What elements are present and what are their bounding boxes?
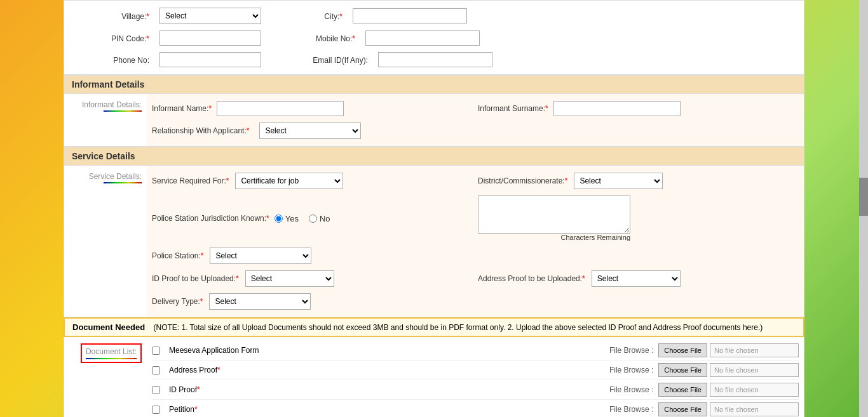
pincode-label: PIN Code:	[111, 34, 149, 43]
doc-needed-note: (NOTE: 1. Total size of all Upload Docum…	[153, 323, 763, 332]
top-form-area: Village: Select City: PIN Code:	[64, 0, 804, 75]
service-sidebar: Service Details:	[64, 166, 147, 317]
service-content: Service Required For: Certificate for jo…	[147, 166, 804, 317]
city-label: City:	[324, 12, 342, 21]
informant-name-row: Informant Name: Informant Surname:	[152, 98, 799, 119]
doc-label-0: Meeseva Application Form	[169, 346, 604, 355]
phone-input[interactable]	[159, 52, 261, 67]
file-browse-3: File Browse : Choose File	[609, 402, 799, 416]
doc-checkbox-1[interactable]	[152, 366, 160, 374]
file-browse-label-2: File Browse :	[609, 385, 653, 394]
doc-list-sidebar-box: Document List:	[81, 343, 142, 363]
informant-sidebar: Informant Details:	[64, 94, 147, 146]
file-browse-2: File Browse : Choose File	[609, 383, 799, 397]
doc-list-content: Meeseva Application Form File Browse : C…	[147, 337, 804, 417]
phone-label: Phone No:	[113, 56, 149, 65]
informant-surname-label: Informant Surname:	[478, 104, 548, 113]
address-proof-select[interactable]: Select	[592, 270, 681, 287]
village-city-row: Village: Select City:	[72, 4, 796, 27]
informant-name-input[interactable]	[217, 101, 344, 116]
police-station-select[interactable]: Select	[210, 248, 311, 264]
id-address-proof-row: ID Proof to be Uploaded: Select Address …	[152, 267, 799, 290]
doc-checkbox-3[interactable]	[152, 406, 160, 414]
file-browse-1: File Browse : Choose File	[609, 363, 799, 377]
informant-content: Informant Name: Informant Surname: Relat…	[147, 94, 804, 146]
relationship-select[interactable]: Select	[259, 122, 361, 139]
doc-label-2: ID Proof*	[169, 385, 604, 394]
relationship-row: Relationship With Applicant: Select	[152, 119, 799, 142]
mobile-input[interactable]	[365, 30, 480, 46]
village-select[interactable]: Select	[159, 8, 261, 24]
email-label: Email ID(If Any):	[313, 56, 368, 65]
address-proof-label: Address Proof to be Uploaded:	[478, 274, 585, 283]
service-required-label: Service Required For:	[152, 176, 229, 185]
jurisdiction-label: Police Station Jurisdiction Known:	[152, 214, 269, 223]
scrollbar[interactable]	[859, 0, 868, 417]
no-file-text-3	[710, 402, 799, 416]
choose-file-btn-3[interactable]: Choose File	[658, 402, 707, 416]
doc-checkbox-2[interactable]	[152, 386, 160, 394]
scrollbar-thumb[interactable]	[859, 178, 868, 216]
informant-sidebar-label: Informant Details:	[69, 100, 142, 109]
choose-file-btn-2[interactable]: Choose File	[658, 383, 707, 397]
choose-file-btn-1[interactable]: Choose File	[658, 363, 707, 377]
email-input[interactable]	[378, 52, 492, 67]
no-file-text-2	[710, 383, 799, 397]
service-section-header: Service Details	[64, 147, 804, 166]
doc-needed-header: Document Needed (NOTE: 1. Total size of …	[64, 317, 804, 337]
informant-section-header: Informant Details	[64, 75, 804, 94]
jurisdiction-row: Police Station Jurisdiction Known: Yes N…	[152, 192, 799, 244]
id-proof-label: ID Proof to be Uploaded:	[152, 274, 239, 283]
pincode-mobile-row: PIN Code: Mobile No:	[72, 27, 796, 49]
remarks-textarea[interactable]	[478, 195, 630, 234]
no-file-text-0	[710, 343, 799, 357]
service-sidebar-label: Service Details:	[69, 172, 142, 181]
pincode-input[interactable]	[159, 30, 261, 46]
district-label: District/Commissionerate:	[478, 176, 567, 185]
no-radio[interactable]	[309, 215, 317, 223]
doc-list-sidebar: Document List:	[64, 337, 147, 417]
mobile-label: Mobile No:	[316, 34, 355, 43]
phone-email-row: Phone No: Email ID(If Any):	[72, 49, 796, 70]
yes-radio-label[interactable]: Yes	[275, 214, 299, 223]
delivery-type-label: Delivery Type:	[152, 297, 203, 306]
doc-row-0: Meeseva Application Form File Browse : C…	[152, 341, 799, 361]
city-input[interactable]	[353, 8, 467, 23]
service-district-row: Service Required For: Certificate for jo…	[152, 169, 799, 192]
delivery-type-select[interactable]: Select	[209, 293, 311, 310]
doc-row-3: Petition* File Browse : Choose File	[152, 400, 799, 417]
file-browse-0: File Browse : Choose File	[609, 343, 799, 357]
jurisdiction-radio-group: Yes No	[275, 214, 330, 223]
file-browse-label-1: File Browse :	[609, 366, 653, 374]
choose-file-btn-0[interactable]: Choose File	[658, 343, 707, 357]
doc-needed-title: Document Needed	[72, 322, 145, 332]
file-browse-label-3: File Browse :	[609, 405, 653, 414]
doc-list-section: Document List: Meeseva Application Form …	[64, 337, 804, 417]
doc-label-3: Petition*	[169, 405, 604, 414]
police-station-row: Police Station: Select	[152, 244, 799, 267]
delivery-type-row: Delivery Type: Select	[152, 290, 799, 313]
informant-section-body: Informant Details: Informant Name: Infor…	[64, 94, 804, 147]
service-underline	[104, 182, 142, 183]
no-file-text-1	[710, 363, 799, 377]
informant-name-label: Informant Name:	[152, 104, 212, 113]
no-radio-label[interactable]: No	[309, 214, 330, 223]
district-select[interactable]: Select	[574, 173, 663, 189]
doc-label-1: Address Proof*	[169, 366, 604, 374]
service-required-select[interactable]: Certificate for job Other	[235, 173, 343, 189]
informant-underline	[104, 110, 142, 112]
police-station-label: Police Station:	[152, 251, 203, 260]
village-label: Village:	[121, 12, 149, 21]
no-label: No	[320, 214, 330, 223]
file-browse-label-0: File Browse :	[609, 346, 653, 355]
doc-checkbox-0[interactable]	[152, 347, 160, 355]
id-proof-select[interactable]: Select	[245, 270, 334, 287]
yes-label: Yes	[285, 214, 299, 223]
doc-row-1: Address Proof* File Browse : Choose File	[152, 361, 799, 380]
informant-surname-input[interactable]	[553, 101, 681, 116]
char-remaining-label: Characters Remaining	[561, 234, 630, 241]
service-section-body: Service Details: Service Required For: C…	[64, 166, 804, 317]
yes-radio[interactable]	[275, 215, 283, 223]
doc-row-2: ID Proof* File Browse : Choose File	[152, 380, 799, 400]
doc-list-label: Document List:	[86, 347, 137, 356]
